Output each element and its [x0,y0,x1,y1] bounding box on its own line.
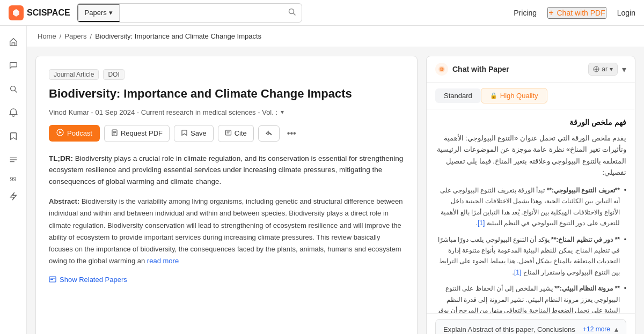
chat-panel: Chat with Paper ar ▾ ▾ Standard [426,56,635,334]
show-related-button[interactable]: Show Related Papers [49,276,127,284]
sidebar-item-list[interactable] [4,150,23,169]
pricing-link[interactable]: Pricing [514,9,537,17]
cite-icon [225,129,232,138]
logo-text: SCISPACE [27,8,70,18]
tldr-text: TL;DR: Biodiversity plays a crucial role… [49,153,404,188]
save-label: Save [191,129,207,137]
explain-expand-button[interactable]: ▴ [614,325,618,333]
lang-label: ar [602,65,608,73]
paper-panel: Journal Article DOI Biodiversity: Import… [35,56,418,334]
layout: 99 Home / Papers / Biodiversity: Importa… [0,26,644,334]
lock-icon: 🔒 [490,92,497,99]
pdf-icon [111,129,118,138]
summary-item-1: **تعريف التنوع البيولوجي:** تبدأ الورقة … [435,185,626,229]
chat-body[interactable]: فهم ملخص الورقة يقدم ملخص الورقة التي تح… [427,109,635,313]
cite-label: Cite [235,129,247,137]
save-button[interactable]: Save [174,125,214,142]
svg-point-26 [441,69,442,70]
podcast-play-icon [56,129,64,138]
search-type-button[interactable]: Papers ▾ [77,4,120,22]
tab-high-quality-label: High Quality [500,92,538,100]
sidebar-item-user[interactable] [4,328,23,334]
ref-2-link[interactable]: [1] [514,269,521,276]
chat-title: Chat with Paper [435,63,509,76]
ref-1-link[interactable]: [1] [478,219,485,227]
explain-bar-right: +12 more ▴ [583,325,618,333]
paper-tag-doi: DOI [103,69,124,80]
cite-button[interactable]: Cite [218,125,254,142]
content-area: Journal Article DOI Biodiversity: Import… [27,47,644,334]
navbar-left: SCISPACE Papers ▾ [9,3,302,23]
request-pdf-label: Request PDF [121,129,163,137]
sidebar-item-home[interactable] [4,32,23,51]
summary-item-2: ** دور في تنظيم المناخ:** يؤكد أن التنوع… [435,234,626,278]
navbar: SCISPACE Papers ▾ Pricing + Chat with PD… [0,0,644,26]
sidebar-item-notifications[interactable] [4,103,23,122]
summary-section: فهم ملخص الورقة يقدم ملخص الورقة التي تح… [435,118,626,313]
paper-tag-journal: Journal Article [49,69,99,80]
abstract-text: Abstract: Biodiversity is the variabilit… [49,196,404,267]
show-related-label: Show Related Papers [60,276,127,284]
sidebar: 99 [0,26,27,334]
breadcrumb-sep1: / [60,32,62,40]
summary-item-1-title: **تعريف التنوع البيولوجي:** [547,187,620,194]
plus-icon: + [548,8,553,18]
sidebar-item-zap[interactable] [4,187,23,206]
tab-standard[interactable]: Standard [435,88,481,103]
sidebar-item-search[interactable] [4,79,23,99]
chat-pdf-button[interactable]: + Chat with PDF [547,7,606,19]
search-button[interactable] [282,8,302,18]
explain-more-count[interactable]: +12 more [583,325,610,333]
logo[interactable]: SCISPACE [9,5,70,20]
svg-point-27 [442,69,443,70]
summary-list: **تعريف التنوع البيولوجي:** تبدأ الورقة … [435,185,626,313]
sidebar-item-chat[interactable] [4,56,23,75]
svg-line-3 [14,91,17,93]
svg-line-1 [293,13,295,16]
summary-title: فهم ملخص الورقة [435,118,626,127]
more-button[interactable]: ••• [284,125,299,142]
sidebar-count-badge: 99 [10,176,16,182]
tldr-label: TL;DR: [49,154,73,162]
explain-text: Explain Abstract of this paper, Conclusi… [443,325,575,333]
lang-chevron-icon: ▾ [610,65,613,73]
tldr-content: Biodiversity plays a crucial role in cli… [49,154,403,185]
search-input[interactable] [120,4,282,22]
paper-title: Biodiversity: Importance and Climate Cha… [49,86,404,102]
summary-item-2-title: ** دور في تنظيم المناخ:** [551,236,620,243]
explain-bar[interactable]: Explain Abstract of this paper, Conclusi… [435,319,626,334]
breadcrumb: Home / Papers / Biodiversity: Importance… [27,26,644,47]
logo-icon [9,5,24,20]
paper-authors: Vinod Kumar - 01 Sep 2024 - Current rese… [49,108,404,116]
podcast-button[interactable]: Podcast [49,125,100,142]
login-button[interactable]: Login [617,9,635,17]
search-type-chevron-icon: ▾ [109,9,113,17]
navbar-right: Pricing + Chat with PDF Login [514,7,635,19]
breadcrumb-home[interactable]: Home [38,32,56,40]
chat-header-right: ar ▾ ▾ [588,63,626,76]
chat-collapse-button[interactable]: ▾ [622,64,626,75]
podcast-label: Podcast [67,129,92,137]
share-button[interactable] [258,125,280,142]
read-more-link[interactable]: read more [147,257,179,265]
quality-tabs: Standard 🔒 High Quality [427,83,635,109]
tab-high-quality[interactable]: 🔒 High Quality [481,88,547,103]
abstract-content: Biodiversity is the variability among li… [49,197,403,264]
chat-footer: Explain Abstract of this paper, Conclusi… [427,313,635,334]
vol-toggle-button[interactable]: ▾ [281,108,284,116]
sidebar-item-bookmark[interactable] [4,127,23,146]
save-icon [181,129,188,138]
breadcrumb-current: Biodiversity: Importance and Climate Cha… [95,32,261,40]
abstract-label: Abstract: [49,197,79,205]
breadcrumb-papers[interactable]: Papers [64,32,86,40]
summary-intro: يقدم ملخص الورقة التي تحمل عنوان «التنوع… [435,133,626,179]
author-text: Vinod Kumar - 01 Sep 2024 - Current rese… [49,108,277,116]
request-pdf-button[interactable]: Request PDF [104,125,170,142]
language-selector[interactable]: ar ▾ [588,63,618,76]
breadcrumb-sep2: / [90,32,92,40]
action-bar: Podcast Request PDF Save [49,125,404,142]
svg-marker-13 [60,131,62,134]
chat-robot-icon [435,63,448,76]
main-content: Home / Papers / Biodiversity: Importance… [27,26,644,334]
summary-item-3-title: ** مرونة النظام البيئي:** [554,285,620,292]
